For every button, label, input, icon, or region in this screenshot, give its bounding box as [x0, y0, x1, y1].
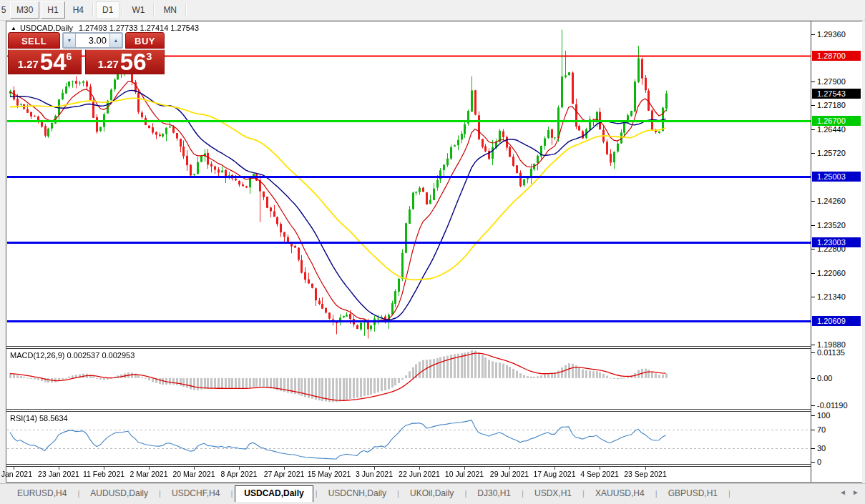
tab-scroll-left-icon[interactable]: ◄: [839, 488, 846, 496]
price-tick-mark: [811, 273, 815, 274]
macd-tick-label: 0.01135: [817, 348, 845, 357]
timeframe-button-m30[interactable]: M30: [10, 1, 39, 19]
rsi-tick-mark: [811, 462, 815, 463]
macd-label: MACD(12,26,9) 0.002537 0.002953: [10, 351, 135, 360]
rsi-tick-label: 100: [817, 411, 830, 420]
timeframe-button-5[interactable]: 5: [0, 2, 9, 18]
price-tick-mark: [811, 249, 815, 249]
tab-separator: |: [157, 489, 163, 498]
chart-tab-audusd-daily[interactable]: AUDUSD,Daily: [82, 486, 157, 501]
tab-separator: |: [228, 489, 235, 498]
timeframe-button-h1[interactable]: H1: [41, 1, 64, 19]
price-tick-mark: [811, 201, 815, 202]
tab-scroll-right-icon[interactable]: ►: [852, 488, 859, 496]
rsi-tick-label: 0: [817, 458, 821, 466]
chart-tab-xauusd-h4[interactable]: XAUUSD,H4: [587, 486, 653, 501]
rsi-tick-label: 70: [817, 425, 826, 434]
chart-tab-dj30-h1[interactable]: DJ30,H1: [469, 486, 519, 501]
price-tick-mark: [811, 297, 815, 297]
date-tick-label: 22 Jun 2021: [399, 470, 440, 478]
chart-tab-gbpusd-h1[interactable]: GBPUSD,H1: [660, 486, 726, 501]
tab-separator: |: [75, 489, 82, 498]
sell-price-pip: 6: [67, 51, 72, 62]
volume-decrease-button[interactable]: ▼: [63, 33, 76, 48]
date-tick-label: 10 Jul 2021: [445, 470, 484, 478]
price-scale: 1.293601.279001.271801.264401.257201.242…: [811, 21, 862, 482]
macd-tick-label: -0.01190: [817, 401, 848, 410]
chart-tab-usdcnh-daily[interactable]: USDCNH,Daily: [320, 486, 395, 501]
price-tick-label: 1.27900: [817, 77, 846, 86]
price-tick-mark: [811, 129, 815, 130]
buy-price[interactable]: 1.27 56 3: [85, 49, 165, 74]
macd-tick-mark: [811, 405, 815, 406]
chart-tab-usdcad-daily[interactable]: USDCAD,Daily: [235, 485, 313, 502]
timeframe-button-h4[interactable]: H4: [67, 1, 90, 19]
price-tick-label: 1.25720: [817, 149, 846, 157]
buy-price-prefix: 1.27: [98, 58, 119, 70]
sell-button[interactable]: SELL: [8, 32, 60, 49]
toolbar-separator: [92, 3, 94, 17]
timeframe-button-d1[interactable]: D1: [96, 1, 119, 19]
chart-symbol: USDCAD,Daily: [20, 24, 73, 32]
chart-tab-ukoil-daily[interactable]: UKOil,Daily: [401, 486, 462, 501]
panel-splitter[interactable]: [6, 409, 861, 412]
date-tick-label: 23 Jan 2021: [38, 470, 79, 478]
rsi-tick-mark: [811, 448, 815, 449]
date-tick-label: 17 Aug 2021: [534, 470, 576, 478]
tab-separator: |: [313, 489, 320, 498]
timeframe-button-w1[interactable]: W1: [125, 1, 151, 19]
buy-button[interactable]: BUY: [125, 32, 165, 49]
date-tick-label: 5 Jan 2021: [0, 470, 32, 478]
rsi-tick-mark: [811, 415, 815, 416]
price-badge: 1.26700: [812, 116, 861, 126]
date-tick-label: 27 Apr 2021: [264, 470, 305, 478]
price-badge: 1.27543: [812, 89, 861, 99]
panel-splitter[interactable]: [6, 346, 861, 349]
chart-tab-eurusd-h4[interactable]: EURUSD,H4: [9, 486, 75, 501]
date-tick-label: 23 Sep 2021: [624, 470, 667, 478]
timeframe-button-mn[interactable]: MN: [157, 1, 183, 19]
chart-tab-usdx-h1[interactable]: USDX,H1: [526, 486, 580, 501]
date-tick-label: 4 Sep 2021: [580, 470, 619, 478]
sell-price[interactable]: 1.27 54 6: [8, 49, 82, 74]
price-tick-mark: [811, 105, 815, 106]
tab-separator: |: [653, 489, 660, 498]
macd-tick-mark: [811, 352, 815, 353]
price-tick-mark: [811, 81, 815, 82]
date-tick-label: 11 Feb 2021: [83, 470, 124, 478]
rsi-indicator-canvas[interactable]: [7, 412, 811, 464]
tab-separator: |: [462, 489, 469, 498]
price-tick-label: 1.27180: [817, 101, 846, 109]
buy-price-main: 56: [120, 52, 147, 72]
macd-tick-mark: [811, 378, 815, 379]
price-badge: 1.25003: [812, 172, 861, 182]
date-tick-label: 20 Mar 2021: [173, 470, 215, 478]
sell-price-prefix: 1.27: [18, 58, 39, 70]
price-tick-label: 1.21340: [817, 292, 846, 301]
tab-separator: |: [726, 489, 730, 498]
date-tick-label: 2 Mar 2021: [129, 470, 167, 478]
collapse-icon[interactable]: ▲: [11, 25, 16, 31]
sell-price-main: 54: [40, 52, 67, 72]
volume-input[interactable]: [76, 33, 109, 48]
price-tick-label: 1.24260: [817, 197, 846, 205]
chart-tab-usdchf-h4[interactable]: USDCHF,H4: [163, 486, 228, 501]
price-tick-label: 1.26440: [817, 125, 846, 134]
chart-title: ▲USDCAD,Daily1.27493 1.27733 1.27414 1.2…: [11, 24, 199, 32]
price-badge: 1.20609: [812, 316, 861, 326]
date-axis: 5 Jan 202123 Jan 202111 Feb 20212 Mar 20…: [7, 467, 811, 482]
rsi-tick-mark: [811, 430, 815, 430]
date-tick-label: 3 Jun 2021: [356, 470, 393, 478]
chart-quote: 1.27493 1.27733 1.27414 1.27543: [79, 24, 199, 32]
toolbar-separator: [122, 3, 123, 17]
price-tick-label: 1.23520: [817, 221, 846, 229]
price-badge: 1.28700: [812, 51, 861, 61]
toolbar-separator: [185, 3, 187, 17]
timeframe-toolbar: 5M30H1H4D1W1MN: [0, 0, 865, 21]
tab-separator: |: [580, 489, 587, 498]
rsi-label: RSI(14) 58.5634: [10, 414, 68, 423]
chart-window: ▲USDCAD,Daily1.27493 1.27733 1.27414 1.2…: [6, 21, 862, 483]
volume-increase-button[interactable]: ▲: [109, 33, 122, 48]
macd-tick-label: 0.00: [817, 374, 832, 382]
one-click-trade-panel: SELL ▼ ▲ BUY 1.27 54 6 1.27 56 3: [8, 32, 165, 74]
